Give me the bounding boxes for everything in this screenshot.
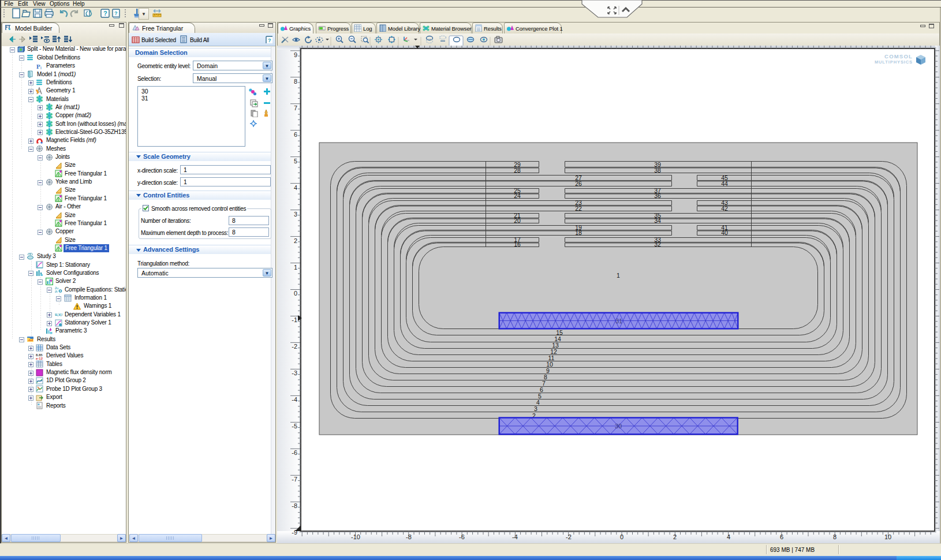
svg-text:0: 0 <box>294 290 297 297</box>
svg-text:4: 4 <box>727 533 730 540</box>
svg-text:-6: -6 <box>459 533 465 540</box>
svg-text:2: 2 <box>294 237 297 244</box>
svg-text:1: 1 <box>294 264 297 271</box>
svg-text:31: 31 <box>615 318 622 324</box>
svg-text:5: 5 <box>294 158 297 165</box>
svg-text:-6: -6 <box>292 449 297 456</box>
svg-text:40: 40 <box>721 229 728 236</box>
svg-text:32: 32 <box>654 241 661 248</box>
svg-text:9: 9 <box>294 51 297 58</box>
svg-text:36: 36 <box>654 192 661 199</box>
svg-text:?: ? <box>268 38 271 43</box>
svg-text:e-12: e-12 <box>36 357 43 360</box>
svg-text:3: 3 <box>534 405 537 412</box>
svg-text:-2: -2 <box>566 533 572 540</box>
svg-text:-8: -8 <box>292 502 297 509</box>
svg-text:20: 20 <box>514 217 521 224</box>
svg-text:∂t: ∂t <box>55 290 58 293</box>
svg-text:-10: -10 <box>351 533 360 540</box>
svg-text:8: 8 <box>294 78 297 85</box>
svg-text:0: 0 <box>620 533 623 540</box>
svg-text:MULTIPHYSICS: MULTIPHYSICS <box>875 59 913 65</box>
svg-text:44: 44 <box>721 180 728 187</box>
svg-text:P: P <box>36 63 40 70</box>
svg-text:i: i <box>40 65 42 70</box>
svg-text:8: 8 <box>833 533 837 540</box>
svg-text:18: 18 <box>575 229 582 236</box>
svg-text:1: 1 <box>617 272 620 279</box>
svg-text:-5: -5 <box>292 423 297 430</box>
svg-text:-4: -4 <box>512 533 518 540</box>
svg-text:?: ? <box>114 10 118 16</box>
svg-text:10: 10 <box>884 533 891 540</box>
svg-text:38: 38 <box>654 167 661 174</box>
svg-text:-8: -8 <box>406 533 412 540</box>
svg-text:4: 4 <box>294 184 297 191</box>
svg-text:24: 24 <box>514 192 521 199</box>
svg-text:16: 16 <box>514 241 521 248</box>
svg-text:6: 6 <box>780 533 783 540</box>
svg-text:7: 7 <box>294 104 297 111</box>
svg-text:42: 42 <box>721 205 728 212</box>
svg-text:2: 2 <box>673 533 677 540</box>
svg-text:-3: -3 <box>292 369 297 376</box>
svg-text:34: 34 <box>654 217 661 224</box>
svg-text:?: ? <box>103 10 107 17</box>
svg-text:26: 26 <box>575 180 582 187</box>
svg-text:22: 22 <box>575 205 582 212</box>
svg-text:6: 6 <box>294 131 297 138</box>
svg-text:-7: -7 <box>292 476 297 483</box>
svg-text:COMSOL: COMSOL <box>884 53 913 59</box>
svg-text:28: 28 <box>514 167 521 174</box>
svg-text:-4: -4 <box>292 396 297 403</box>
svg-text:u,v,w: u,v,w <box>55 312 62 317</box>
svg-text:-2: -2 <box>292 343 297 350</box>
svg-text:30: 30 <box>615 423 622 430</box>
svg-text:-1: -1 <box>292 316 297 323</box>
svg-text:3: 3 <box>294 211 297 218</box>
